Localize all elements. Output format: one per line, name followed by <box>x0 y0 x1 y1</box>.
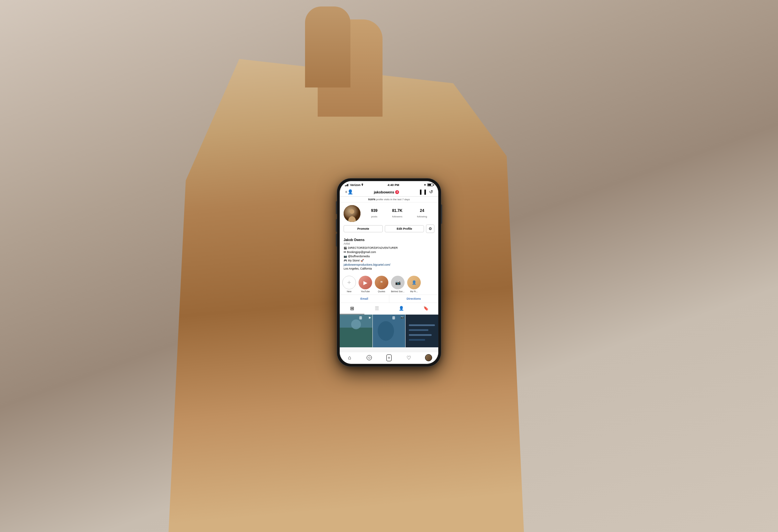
bluetooth-icon: ✦ <box>424 183 426 187</box>
stat-posts-label: posts <box>371 215 377 218</box>
add-user-icon[interactable]: +👤 <box>345 189 353 195</box>
stat-posts: 939 posts <box>371 208 377 219</box>
wifi-icon: ▾̈ <box>362 183 363 187</box>
action-buttons: Promote Edit Profile ⚙ <box>343 225 435 233</box>
directions-button[interactable]: Directions <box>389 295 439 302</box>
stories-row: + New ▶ YouTube ❝ <box>340 274 438 295</box>
nav-title: jakobowens 4 <box>374 190 399 194</box>
saved-icon: 🔖 <box>423 306 429 311</box>
svg-point-8 <box>378 321 394 341</box>
bottom-nav: ⌂ ○ + ♡ <box>340 352 438 364</box>
story-quotes-label: Quotes <box>378 290 385 292</box>
stat-followers[interactable]: 81.7K followers <box>392 208 402 219</box>
tab-bar: ⊞ ☰ 👤 🔖 <box>340 303 438 315</box>
insights-text: 51976 profile visits in the last 7 days <box>340 198 438 201</box>
svg-point-5 <box>351 320 361 329</box>
nav-add[interactable]: + <box>384 354 394 361</box>
story-quotes-circle[interactable]: ❝ <box>375 276 388 289</box>
photo-cell-1[interactable]: ▶ <box>340 315 373 347</box>
list-icon: ☰ <box>375 305 379 312</box>
bio-name: Jakob Owens <box>343 238 435 242</box>
story-new-label: New <box>347 290 352 292</box>
settings-button[interactable]: ⚙ <box>426 225 435 233</box>
tagged-icon: 👤 <box>399 306 404 311</box>
battery-fill <box>428 184 431 186</box>
story-youtube-label: YouTube <box>361 290 370 292</box>
profile-top: 939 posts 81.7K followers 24 following <box>343 205 435 222</box>
story-mypr[interactable]: 👤 My Pr... <box>407 276 421 292</box>
activity-icon[interactable]: ↺ <box>429 189 433 195</box>
nav-search[interactable]: ○ <box>364 354 374 361</box>
phone-screen: Verizon ▾̈ 4:40 PM ✦ +👤 <box>340 181 438 364</box>
bio-line-3: 📷 @buffnerdsmedia <box>343 255 435 259</box>
stats-row: 939 posts 81.7K followers 24 following <box>364 208 435 219</box>
status-right: ✦ <box>424 183 433 187</box>
notification-badge: 4 <box>395 190 399 194</box>
mypr-icon: 👤 <box>412 280 416 285</box>
bio-category: Artist <box>343 242 435 245</box>
photo-grid: ▶ 📷 <box>340 315 438 352</box>
signal-bar-3 <box>347 184 348 186</box>
signal-bar-1 <box>345 185 346 186</box>
tab-list[interactable]: ☰ <box>364 303 389 314</box>
photo-2-svg <box>373 315 405 347</box>
svg-rect-13 <box>409 334 432 336</box>
username-label: jakobowens <box>374 190 394 194</box>
profile-section: 939 posts 81.7K followers 24 following <box>340 202 438 238</box>
bio-line-1: 🎬 DIRECTOR/EDITOR/DP/ADVENTURER <box>343 246 435 250</box>
stat-following[interactable]: 24 following <box>417 208 427 219</box>
story-youtube[interactable]: ▶ YouTube <box>359 276 372 292</box>
story-behind[interactable]: 📷 Behind Sce... <box>391 276 404 292</box>
edit-profile-button[interactable]: Edit Profile <box>385 225 424 232</box>
story-behind-circle[interactable]: 📷 <box>391 276 404 289</box>
photo-3-svg <box>405 315 438 347</box>
svg-point-2 <box>350 209 354 214</box>
grid-icon: ⊞ <box>350 305 354 312</box>
email-button[interactable]: Email <box>340 295 389 302</box>
signal-bar-2 <box>346 185 347 186</box>
nav-heart[interactable]: ♡ <box>404 354 414 361</box>
status-bar: Verizon ▾̈ 4:40 PM ✦ <box>340 181 438 188</box>
nav-avatar <box>425 354 432 361</box>
finger2-shape <box>305 6 351 87</box>
nav-profile[interactable] <box>424 354 434 361</box>
nav-bar: +👤 jakobowens 4 ▌▐ ↺ <box>340 188 438 197</box>
quotes-icon: ❝ <box>380 280 383 285</box>
bio-link[interactable]: jakobowensproductions.bigcartel.com/ <box>343 263 435 267</box>
tab-grid[interactable]: ⊞ <box>340 303 364 314</box>
camera-icon: 📷 <box>395 280 401 285</box>
bio-line-4: 🎮 My Store! 🚀 <box>343 259 435 263</box>
stat-followers-label: followers <box>392 215 403 218</box>
avatar[interactable] <box>343 205 361 222</box>
story-quotes[interactable]: ❝ Quotes <box>375 276 388 292</box>
avatar-inner <box>343 205 361 222</box>
add-icon: + <box>386 354 392 361</box>
svg-rect-4 <box>340 328 373 347</box>
signal-bar-4 <box>348 183 349 186</box>
chart-icon[interactable]: ▌▐ <box>420 189 426 195</box>
photo-1-svg <box>340 315 373 347</box>
story-new[interactable]: + New <box>342 276 356 292</box>
promote-button[interactable]: Promote <box>343 225 383 232</box>
insights-bar: 51976 profile visits in the last 7 days <box>340 197 438 202</box>
stat-followers-number: 81.7K <box>392 208 402 213</box>
story-add-circle[interactable]: + <box>342 276 356 289</box>
bio-location: Los Angeles, California <box>343 267 435 271</box>
photo-cell-3[interactable] <box>405 315 438 347</box>
story-youtube-circle[interactable]: ▶ <box>359 276 372 289</box>
insights-count: 51976 <box>368 198 375 201</box>
svg-rect-14 <box>409 339 425 341</box>
stat-following-number: 24 <box>417 208 427 213</box>
svg-rect-6 <box>359 316 362 320</box>
svg-rect-9 <box>392 316 395 320</box>
tab-tagged[interactable]: 👤 <box>389 303 414 314</box>
nav-home[interactable]: ⌂ <box>344 354 354 361</box>
tab-saved[interactable]: 🔖 <box>414 303 438 314</box>
nav-right: ▌▐ ↺ <box>420 189 433 195</box>
story-mypr-circle[interactable]: 👤 <box>407 276 421 289</box>
play-icon: ▶ <box>364 280 367 286</box>
photo-cell-2[interactable]: 📷 <box>373 315 405 347</box>
search-icon: ○ <box>367 355 372 360</box>
story-mypr-label: My Pr... <box>410 290 418 292</box>
nav-left: +👤 <box>345 189 353 195</box>
